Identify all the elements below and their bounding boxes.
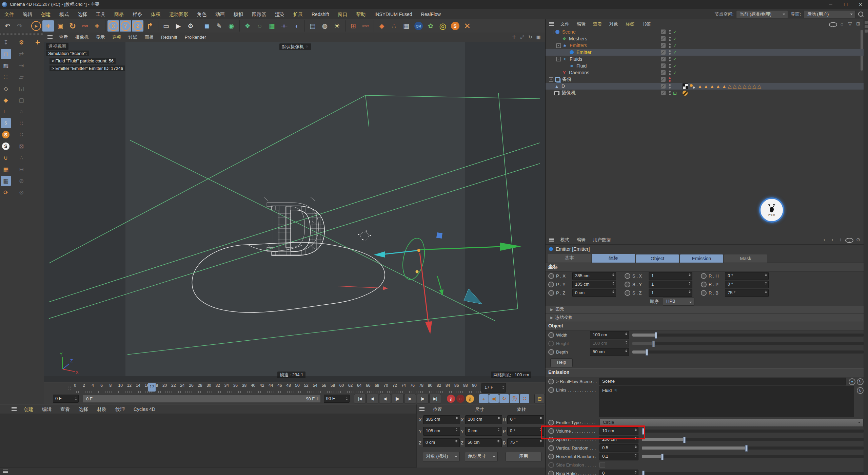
triangle-tag-filled-icon[interactable]: ▲ <box>710 83 715 89</box>
om-menu-文件[interactable]: 文件 <box>557 20 573 28</box>
record-keyframe-button[interactable]: ⚷ <box>447 395 455 403</box>
coord-field-PZ[interactable]: 0 cm <box>572 289 616 297</box>
tree-row-摄像机[interactable]: 摄像机⊡ <box>546 90 868 96</box>
coord-field-PX[interactable]: 385 cm <box>572 272 616 280</box>
attribute-tab-emission[interactable]: Emission <box>680 254 723 263</box>
coord-field-SZ[interactable]: 1 <box>649 289 692 297</box>
width-slider[interactable] <box>632 334 864 337</box>
letter-d-mesh[interactable]: D D <box>264 189 327 271</box>
menu-redshift[interactable]: Redshift <box>307 9 333 19</box>
goto-prev-frame-button[interactable]: ◀ <box>379 394 391 403</box>
gizmo-blue-plane-handle[interactable] <box>436 232 442 239</box>
workplane-mode-button[interactable]: ▦ <box>1 164 11 174</box>
horizontal-random-field[interactable]: 0.1 <box>599 453 638 460</box>
move-palette-button[interactable]: + <box>33 37 43 48</box>
point-mode-button[interactable]: ∷ <box>1 72 11 82</box>
apply-button[interactable]: 应用 <box>506 452 541 461</box>
tree-row-Fluids[interactable]: -≈Fluids✓ <box>546 56 868 62</box>
status-menu-icon[interactable] <box>3 470 8 473</box>
tree-row-Emitter[interactable]: Emitter✓ <box>546 49 868 56</box>
view-toggle-icon[interactable]: ▣ <box>535 34 542 40</box>
array-button[interactable]: ▦ <box>400 20 412 32</box>
available-tool-move[interactable]: + <box>91 20 103 32</box>
viewport-menu-查看[interactable]: 查看 <box>55 33 72 42</box>
goto-prev-key-button[interactable]: ◀| <box>367 394 378 403</box>
ring-ratio-slider[interactable] <box>642 472 864 475</box>
lock-y-axis-button[interactable]: Y <box>120 20 131 32</box>
make-editable-button[interactable]: ↧ <box>1 37 11 48</box>
render-picture-viewer-button[interactable]: ▶ <box>173 20 184 32</box>
menu-选择[interactable]: 选择 <box>73 9 92 19</box>
keyframe-dot-icon[interactable] <box>548 445 554 451</box>
spline-pen-menu[interactable]: ✎ <box>213 20 225 32</box>
magnet-tool-button[interactable]: ∪ <box>1 153 11 163</box>
am-menu-编辑[interactable]: 编辑 <box>573 235 589 244</box>
layer-icon[interactable] <box>661 50 666 55</box>
key-point-level-toggle[interactable]: ∷ <box>520 394 529 403</box>
particles-circle-button[interactable]: ∴ <box>388 20 400 32</box>
layer-icon[interactable] <box>661 57 666 61</box>
snap-dynamic-button[interactable]: S <box>1 141 11 151</box>
search-icon[interactable] <box>858 12 863 17</box>
material-menu-查看[interactable]: 查看 <box>56 404 74 414</box>
tree-row-Daemons[interactable]: YDaemons✓ <box>546 69 868 76</box>
maximize-button[interactable]: ☐ <box>838 0 853 9</box>
layer-icon[interactable] <box>661 30 666 34</box>
visibility-dots[interactable] <box>669 64 672 68</box>
menu-动画[interactable]: 动画 <box>211 9 229 19</box>
keyframe-dot-icon[interactable] <box>548 428 554 434</box>
keyframe-dot-icon[interactable] <box>548 341 554 346</box>
rotation-field-P[interactable]: 0 ° <box>507 427 544 436</box>
keyframe-dot-icon[interactable] <box>625 273 630 279</box>
material-menu-材质[interactable]: 材质 <box>93 404 111 414</box>
material-menu-icon[interactable] <box>12 407 17 411</box>
menu-网格[interactable]: 网格 <box>110 9 128 19</box>
keyframe-dot-icon[interactable] <box>625 282 630 287</box>
insydium-s-button[interactable]: S <box>449 20 461 32</box>
preview-range-bar[interactable]: 0 F 90 F ‖ <box>83 395 320 402</box>
triangle-tag-outline-icon[interactable]: △ <box>757 83 762 89</box>
visibility-dots[interactable] <box>669 57 672 61</box>
om-home-icon[interactable]: ⌂ <box>839 21 845 27</box>
keyframe-dot-icon[interactable] <box>548 462 554 468</box>
layer-icon[interactable] <box>661 77 666 82</box>
attribute-tab-object[interactable]: Object <box>636 254 679 263</box>
speed-slider[interactable] <box>642 438 864 441</box>
key-rotation-toggle[interactable]: ↻ <box>499 394 509 403</box>
viewport-menu-prorender[interactable]: ProRender <box>181 33 210 42</box>
hide-points-2-button[interactable]: ⊘ <box>16 187 26 197</box>
layer-icon[interactable] <box>661 70 666 75</box>
close-button[interactable]: ✕ <box>853 0 868 9</box>
visibility-dots[interactable] <box>669 91 672 95</box>
layer-icon[interactable] <box>661 84 666 89</box>
layer-icon[interactable] <box>661 43 666 48</box>
order-dropdown[interactable]: HPB <box>663 298 694 306</box>
collapsed-group-0[interactable]: ▶四元 <box>546 306 868 314</box>
menu-创建[interactable]: 创建 <box>37 9 55 19</box>
volume-slider[interactable] <box>642 430 864 433</box>
range-bar-grip-icon[interactable]: ‖ <box>317 396 320 401</box>
timeline-ruler[interactable]: 0246810121416182022242628303234363840424… <box>44 382 545 394</box>
triangle-tag-filled-icon[interactable]: ▲ <box>716 83 721 89</box>
deformer-menu[interactable]: ◖ <box>291 20 302 32</box>
am-search-icon[interactable] <box>845 238 853 243</box>
side-emission-checkbox[interactable] <box>599 462 605 468</box>
minimize-button[interactable]: ─ <box>823 0 838 9</box>
range-start-field[interactable]: 0 F <box>53 395 79 403</box>
menu-编辑[interactable]: 编辑 <box>18 9 37 19</box>
axis-mode-button[interactable]: ∟ <box>1 107 11 117</box>
coord-mode-dropdown[interactable]: 对象 (相对) <box>423 452 460 461</box>
lock-z-axis-button[interactable]: Z <box>132 20 143 32</box>
keyframe-dot-icon[interactable] <box>548 290 554 296</box>
visibility-dots[interactable] <box>669 84 672 89</box>
sphere-command-button[interactable]: ◌ <box>16 107 26 117</box>
node-space-dropdown[interactable]: 当前 (标准/物理) <box>736 10 788 18</box>
psr-transfer-button[interactable]: PSR <box>360 20 371 32</box>
view-rotate-icon[interactable]: ↻ <box>527 34 534 40</box>
realflow-scene-field[interactable]: Scene <box>599 378 846 385</box>
triangle-tag-filled-icon[interactable]: ▲ <box>697 83 703 89</box>
perspective-viewport[interactable]: D D <box>44 42 545 382</box>
move-tool[interactable]: + <box>42 20 54 32</box>
menu-realflow[interactable]: RealFlow <box>417 9 445 19</box>
rotation-field-B[interactable]: 75 ° <box>507 438 544 447</box>
